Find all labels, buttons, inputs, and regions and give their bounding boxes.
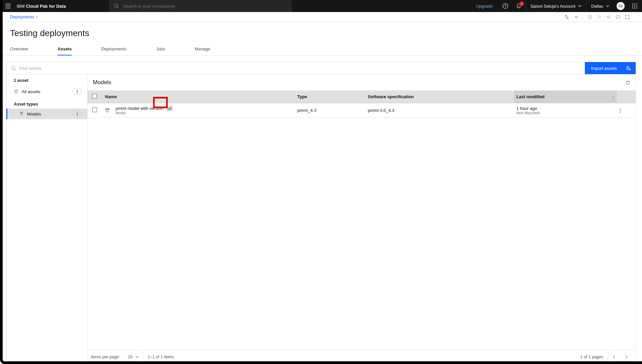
- items-per-page-select[interactable]: 20: [124, 350, 143, 363]
- refresh-icon[interactable]: [625, 80, 630, 85]
- find-assets-input[interactable]: [19, 66, 580, 71]
- subbar-actions: [562, 12, 632, 22]
- sort-down-icon: ↓: [612, 94, 615, 99]
- svg-point-19: [620, 108, 621, 109]
- search-icon: [114, 3, 119, 9]
- col-last-modified-label: Last modified: [516, 94, 545, 99]
- svg-point-0: [115, 4, 118, 7]
- avatar-initials: SS: [617, 2, 625, 10]
- tab-overview[interactable]: Overview: [10, 43, 28, 55]
- flow-icon[interactable]: [595, 12, 604, 22]
- account-dropdown[interactable]: Saloni Saluja's Account: [525, 0, 586, 12]
- breadcrumb-bar: Deployments /: [0, 12, 642, 22]
- chevron-down-icon: [135, 356, 139, 358]
- table-row[interactable]: pmml model with version v3 Model pmml_4.…: [88, 103, 636, 118]
- assets-toolbar: Import assets: [6, 62, 636, 74]
- chat-icon[interactable]: [613, 12, 623, 22]
- svg-point-14: [590, 16, 590, 16]
- prev-page-button[interactable]: [608, 350, 620, 363]
- tab-manage[interactable]: Manage: [195, 43, 210, 55]
- chevron-down-icon: [606, 5, 609, 7]
- table-empty-space: [88, 118, 636, 350]
- breadcrumb-item[interactable]: Deployments: [10, 15, 34, 19]
- col-software-spec[interactable]: Software specification: [365, 90, 514, 103]
- notification-badge: 3: [519, 1, 524, 6]
- upgrade-link[interactable]: Upgrade: [470, 4, 499, 9]
- items-per-page-value: 20: [128, 355, 133, 359]
- sidebar-item-models[interactable]: Models 1: [6, 109, 87, 119]
- checkbox-all[interactable]: [92, 94, 97, 99]
- models-table: Name Type Software specification Last mo…: [88, 90, 636, 118]
- sort-icon[interactable]: [562, 12, 571, 22]
- content-area: Import assets 1 asset All assets 1 Asset…: [0, 56, 642, 364]
- cell-type: pmml_4.3: [295, 103, 365, 118]
- region-label: Dallas: [591, 4, 603, 9]
- find-assets-wrap[interactable]: [6, 62, 585, 74]
- svg-point-11: [634, 8, 635, 9]
- sidebar-all-assets[interactable]: All assets 1: [6, 86, 87, 97]
- svg-point-21: [620, 112, 621, 113]
- row-actions[interactable]: [617, 103, 636, 118]
- modified-time: 1 hour ago: [516, 106, 614, 111]
- avatar[interactable]: SS: [614, 0, 627, 12]
- asset-count-heading: 1 asset: [6, 74, 87, 86]
- col-checkbox[interactable]: [88, 90, 102, 103]
- pagination-right: 1 of 1 pages: [575, 350, 632, 363]
- svg-point-7: [632, 6, 633, 7]
- svg-point-10: [632, 8, 633, 9]
- version-tag: v3: [166, 106, 173, 111]
- apps-grid-icon[interactable]: [627, 0, 642, 12]
- tab-jobs[interactable]: Jobs: [156, 43, 165, 55]
- svg-point-12: [636, 8, 637, 9]
- asset-types-heading: Asset types: [6, 97, 87, 109]
- sidebar-item-count: 1: [73, 88, 82, 95]
- region-dropdown[interactable]: Dallas: [586, 0, 614, 12]
- cell-last-modified: 1 hour ago Nick Mazzitelli: [514, 103, 617, 118]
- global-search-input[interactable]: [123, 4, 287, 9]
- search-icon: [11, 66, 16, 71]
- svg-rect-15: [590, 17, 590, 18]
- tab-deployments[interactable]: Deployments: [101, 43, 127, 55]
- checkbox[interactable]: [92, 108, 97, 112]
- chevron-down-icon[interactable]: [571, 12, 581, 22]
- svg-point-17: [12, 66, 15, 69]
- import-assets-button[interactable]: Import assets: [585, 62, 636, 74]
- info-icon[interactable]: [585, 12, 595, 22]
- col-type[interactable]: Type: [295, 90, 365, 103]
- sidebar-item-label: Models: [27, 112, 41, 117]
- svg-point-6: [636, 4, 637, 5]
- stack-icon: [14, 89, 18, 94]
- col-last-modified[interactable]: Last modified ↓: [514, 90, 617, 103]
- hamburger-icon[interactable]: [3, 4, 13, 8]
- svg-line-18: [14, 69, 16, 70]
- svg-line-1: [118, 7, 119, 8]
- account-label: Saloni Saluja's Account: [530, 4, 575, 9]
- svg-point-5: [634, 4, 635, 5]
- subbar-separator: [583, 14, 583, 20]
- svg-rect-16: [616, 15, 620, 18]
- diamond-icon: [19, 112, 24, 116]
- breadcrumb-separator: /: [34, 15, 39, 19]
- next-page-button[interactable]: [620, 350, 632, 363]
- import-icon: [626, 65, 631, 71]
- models-header: Models: [88, 74, 636, 90]
- col-name[interactable]: Name: [102, 90, 295, 103]
- row-checkbox-cell[interactable]: [88, 103, 102, 118]
- svg-point-9: [636, 6, 637, 7]
- brand-bold: Cloud Pak for Data: [26, 4, 66, 9]
- chevron-down-icon: [578, 5, 582, 7]
- models-main: Models Name Type Software specification …: [88, 74, 636, 363]
- global-search[interactable]: [109, 0, 292, 12]
- cell-name[interactable]: pmml model with version v3 Model: [113, 103, 295, 118]
- cell-software-spec: pmml-3.0_4.3: [365, 103, 514, 118]
- help-icon[interactable]: ?: [499, 0, 512, 12]
- page-title: Testing deployments: [0, 22, 642, 43]
- sidebar-item-label: All assets: [22, 89, 40, 94]
- history-icon[interactable]: [604, 12, 613, 22]
- fullscreen-icon[interactable]: [623, 12, 632, 22]
- model-subtype: Model: [116, 111, 292, 115]
- tabs: Overview Assets Deployments Jobs Manage: [0, 43, 642, 56]
- notifications-icon[interactable]: 3: [512, 0, 525, 12]
- tab-assets[interactable]: Assets: [57, 43, 72, 55]
- svg-point-8: [634, 6, 635, 7]
